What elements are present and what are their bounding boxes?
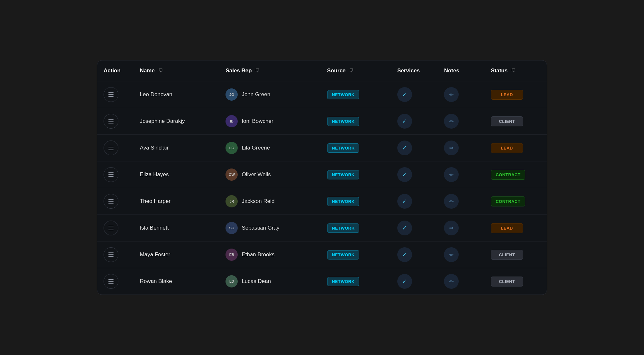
- avatar: LG: [225, 142, 238, 154]
- status-badge: CONTRACT: [491, 170, 525, 180]
- name-cell: Rowan Blake: [133, 268, 219, 295]
- table-header-row: Action Name ⛉ Sales Rep ⛉ Source ⛉: [97, 60, 547, 81]
- table-row: Ava Sinclair LG Lila Greene NETWORK ✓ ✏ …: [97, 135, 547, 161]
- notes-button[interactable]: ✏: [444, 194, 459, 209]
- sales-rep-info: SG Sebastian Gray: [225, 222, 314, 234]
- action-cell: [97, 188, 133, 215]
- avatar-initials: OW: [229, 173, 235, 177]
- action-cell: [97, 241, 133, 268]
- hamburger-icon: [108, 146, 114, 150]
- table-row: Theo Harper JR Jackson Reid NETWORK ✓ ✏ …: [97, 188, 547, 215]
- name-cell: Theo Harper: [133, 188, 219, 215]
- status-cell: LEAD: [484, 135, 547, 161]
- sales-rep-name: Sebastian Gray: [242, 225, 279, 231]
- sales-rep-info: OW Oliver Wells: [225, 168, 314, 181]
- source-cell: NETWORK: [321, 108, 391, 135]
- action-button[interactable]: [104, 194, 118, 209]
- name-cell: Maya Foster: [133, 241, 219, 268]
- action-button[interactable]: [104, 141, 118, 155]
- notes-cell: ✏: [437, 241, 484, 268]
- salesrep-cell: JR Jackson Reid: [219, 188, 320, 215]
- sales-rep-name: Jackson Reid: [242, 198, 274, 205]
- source-badge: NETWORK: [327, 277, 360, 286]
- services-button[interactable]: ✓: [397, 221, 412, 235]
- services-button[interactable]: ✓: [397, 114, 412, 129]
- services-button[interactable]: ✓: [397, 87, 412, 102]
- services-cell: ✓: [391, 268, 438, 295]
- hamburger-icon: [108, 92, 114, 97]
- status-badge: CLIENT: [491, 116, 523, 126]
- name-cell: Eliza Hayes: [133, 161, 219, 188]
- notes-cell: ✏: [437, 108, 484, 135]
- notes-button[interactable]: ✏: [444, 274, 459, 289]
- salesrep-cell: SG Sebastian Gray: [219, 215, 320, 241]
- status-cell: CLIENT: [484, 108, 547, 135]
- source-filter-icon[interactable]: ⛉: [349, 68, 354, 73]
- source-cell: NETWORK: [321, 215, 391, 241]
- source-badge: NETWORK: [327, 90, 360, 99]
- action-button[interactable]: [104, 274, 118, 289]
- action-cell: [97, 268, 133, 295]
- status-filter-icon[interactable]: ⛉: [511, 68, 516, 73]
- avatar: OW: [225, 168, 238, 181]
- source-cell: NETWORK: [321, 241, 391, 268]
- sales-rep-info: LD Lucas Dean: [225, 275, 314, 287]
- source-badge: NETWORK: [327, 223, 360, 233]
- services-button[interactable]: ✓: [397, 167, 412, 182]
- edit-icon: ✏: [449, 92, 454, 98]
- notes-cell: ✏: [437, 268, 484, 295]
- salesrep-filter-icon[interactable]: ⛉: [255, 68, 260, 73]
- avatar: JR: [225, 195, 238, 207]
- avatar-initials: LG: [229, 146, 234, 150]
- edit-icon: ✏: [449, 278, 454, 285]
- col-header-status: Status ⛉: [484, 60, 547, 81]
- status-badge: CLIENT: [491, 250, 523, 260]
- notes-button[interactable]: ✏: [444, 87, 459, 102]
- contact-name: Theo Harper: [140, 198, 170, 204]
- notes-button[interactable]: ✏: [444, 141, 459, 155]
- action-button[interactable]: [104, 87, 118, 102]
- action-cell: [97, 108, 133, 135]
- avatar-initials: JG: [229, 93, 234, 96]
- hamburger-icon: [108, 279, 114, 284]
- action-cell: [97, 81, 133, 108]
- services-button[interactable]: ✓: [397, 247, 412, 262]
- action-button[interactable]: [104, 114, 118, 129]
- status-badge: CONTRACT: [491, 196, 525, 206]
- action-button[interactable]: [104, 247, 118, 262]
- notes-button[interactable]: ✏: [444, 167, 459, 182]
- notes-button[interactable]: ✏: [444, 114, 459, 129]
- notes-cell: ✏: [437, 215, 484, 241]
- salesrep-cell: LG Lila Greene: [219, 135, 320, 161]
- name-cell: Leo Donovan: [133, 81, 219, 108]
- sales-rep-name: Lucas Dean: [242, 278, 271, 285]
- contact-name: Leo Donovan: [140, 91, 172, 97]
- services-button[interactable]: ✓: [397, 141, 412, 155]
- notes-button[interactable]: ✏: [444, 247, 459, 262]
- action-button[interactable]: [104, 167, 118, 182]
- status-cell: LEAD: [484, 81, 547, 108]
- notes-cell: ✏: [437, 81, 484, 108]
- status-cell: CLIENT: [484, 241, 547, 268]
- avatar-initials: JR: [229, 199, 234, 203]
- salesrep-cell: LD Lucas Dean: [219, 268, 320, 295]
- col-header-name: Name ⛉: [133, 60, 219, 81]
- contact-name: Josephine Darakjy: [140, 118, 185, 124]
- source-badge: NETWORK: [327, 170, 360, 179]
- services-button[interactable]: ✓: [397, 194, 412, 209]
- action-cell: [97, 135, 133, 161]
- source-cell: NETWORK: [321, 188, 391, 215]
- col-header-salesrep: Sales Rep ⛉: [219, 60, 320, 81]
- edit-icon: ✏: [449, 252, 454, 258]
- sales-rep-info: EB Ethan Brooks: [225, 249, 314, 261]
- name-filter-icon[interactable]: ⛉: [158, 68, 163, 73]
- status-badge: LEAD: [491, 223, 523, 233]
- services-button[interactable]: ✓: [397, 274, 412, 289]
- avatar: LD: [225, 275, 238, 287]
- status-cell: CONTRACT: [484, 188, 547, 215]
- source-badge: NETWORK: [327, 197, 360, 206]
- notes-button[interactable]: ✏: [444, 221, 459, 235]
- check-icon: ✓: [402, 198, 407, 205]
- action-button[interactable]: [104, 221, 118, 235]
- edit-icon: ✏: [449, 198, 454, 205]
